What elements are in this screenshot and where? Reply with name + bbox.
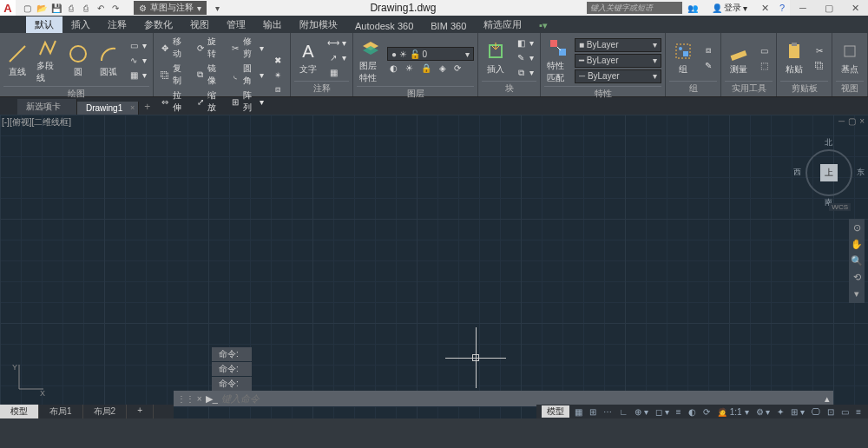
status-workspace-icon[interactable]: ⊞ ▾ xyxy=(789,407,806,417)
panel-props-label[interactable]: 特性 xyxy=(544,86,661,100)
group-edit-button[interactable]: ✎ xyxy=(700,58,717,72)
base-button[interactable]: 基点 xyxy=(836,38,864,77)
layout-tab-model[interactable]: 模型 xyxy=(0,405,39,418)
ungroup-button[interactable]: ⧈ xyxy=(700,43,717,57)
layer-tool-2[interactable]: ☀ xyxy=(403,63,416,74)
qat-plot-icon[interactable]: ⎙ xyxy=(80,2,92,14)
util-1[interactable]: ▭ xyxy=(755,43,773,57)
panel-util-label[interactable]: 实用工具 xyxy=(725,81,773,95)
login-button[interactable]: 👤 登录 ▾ xyxy=(712,2,747,14)
ucs-icon[interactable]: X Y xyxy=(12,361,47,396)
close-button[interactable]: ✕ xyxy=(842,0,868,16)
qat-open-icon[interactable]: 📂 xyxy=(36,2,48,14)
ribbon-tab-addins[interactable]: 附加模块 xyxy=(291,16,346,33)
leader-button[interactable]: ↗▾ xyxy=(325,51,349,65)
workspace-switcher[interactable]: ⚙ 草图与注释 ▾ xyxy=(134,1,207,15)
cmdline-handle-icon[interactable]: ⋮⋮ × xyxy=(177,394,202,404)
layer-dropdown[interactable]: ● ☀ 🔓 0▾ xyxy=(387,47,474,61)
status-annovis-icon[interactable]: ✦ xyxy=(775,407,786,417)
qat-save-icon[interactable]: 💾 xyxy=(50,2,62,14)
insert-block-button[interactable]: 插入 xyxy=(482,38,510,77)
new-tab-button[interactable]: + xyxy=(139,99,155,115)
status-monitor-icon[interactable]: 🖵 xyxy=(810,407,822,417)
qat-redo-icon[interactable]: ↷ xyxy=(109,2,122,14)
viewcube-north[interactable]: 北 xyxy=(825,137,832,148)
group-button[interactable]: 组 xyxy=(669,38,697,77)
layer-tool-5[interactable]: ⟳ xyxy=(451,63,464,74)
ribbon-tab-annotate[interactable]: 注释 xyxy=(99,16,135,33)
nav-orbit-icon[interactable]: ⟲ xyxy=(853,272,861,283)
block-edit[interactable]: ✎▾ xyxy=(512,51,536,65)
status-grid-icon[interactable]: ▦ xyxy=(573,407,584,417)
infocenter-icon[interactable]: 👥 xyxy=(687,3,698,13)
scale-button[interactable]: ⤢缩放 xyxy=(193,89,226,115)
ribbon-tab-extra[interactable]: ▪▾ xyxy=(530,18,556,33)
status-lineweight-icon[interactable]: ≡ xyxy=(674,407,683,417)
ribbon-tab-parametric[interactable]: 参数化 xyxy=(135,16,181,33)
help-icon[interactable]: ? xyxy=(779,3,785,13)
stretch-button[interactable]: ⇔拉伸 xyxy=(157,89,190,115)
status-polar-icon[interactable]: ⊕ ▾ xyxy=(633,407,650,417)
block-create[interactable]: ◧▾ xyxy=(512,36,536,50)
layout-tab-layout2[interactable]: 布局2 xyxy=(83,405,128,418)
modify-misc-3[interactable]: ⧈ xyxy=(269,82,286,96)
line-button[interactable]: 直线 xyxy=(3,41,31,80)
layer-tool-1[interactable]: ◐ xyxy=(387,63,400,74)
search-input[interactable]: 键入关键字或短语 xyxy=(587,2,682,14)
draw-misc-2[interactable]: ∿▾ xyxy=(125,54,149,68)
dim-linear[interactable]: ⟷▾ xyxy=(325,36,349,50)
ribbon-tab-output[interactable]: 输出 xyxy=(254,16,291,33)
trim-button[interactable]: ✂修剪 ▾ xyxy=(227,35,266,61)
match-props-button[interactable]: 特性匹配 xyxy=(544,35,572,86)
tab-start[interactable]: 新选项卡 xyxy=(17,99,77,115)
viewcube[interactable]: 上 北 南 东 西 xyxy=(806,149,852,196)
polyline-button[interactable]: 多段线 xyxy=(34,35,62,86)
status-hardware-icon[interactable]: ⊡ xyxy=(825,407,836,417)
status-gear-icon[interactable]: ⚙ ▾ xyxy=(754,407,773,417)
util-2[interactable]: ⬚ xyxy=(755,58,773,72)
panel-view-label[interactable]: 视图 xyxy=(836,81,864,95)
copy-clip-button[interactable]: ⿻ xyxy=(811,58,828,72)
panel-clip-label[interactable]: 剪贴板 xyxy=(780,81,828,95)
status-ortho-icon[interactable]: ∟ xyxy=(617,407,629,417)
status-snap-icon[interactable]: ⊞ xyxy=(588,407,598,417)
panel-block-label[interactable]: 块 xyxy=(482,81,536,95)
layer-tool-4[interactable]: ◈ xyxy=(437,63,449,74)
linetype-dropdown[interactable]: ─ ByLayer▾ xyxy=(575,69,661,83)
cut-button[interactable]: ✂ xyxy=(811,43,828,57)
modify-misc-1[interactable]: ✖ xyxy=(269,53,286,67)
circle-button[interactable]: 圆 xyxy=(64,41,92,80)
layout-tab-layout1[interactable]: 布局1 xyxy=(39,405,83,418)
viewcube-top-face[interactable]: 上 xyxy=(820,164,838,181)
vp-minimize-icon[interactable]: ─ xyxy=(838,116,845,126)
tab-drawing1[interactable]: Drawing1× xyxy=(77,102,139,115)
mirror-button[interactable]: ⧉镜像 xyxy=(193,62,226,88)
ribbon-tab-view[interactable]: 视图 xyxy=(181,16,218,33)
draw-misc-3[interactable]: ▦▾ xyxy=(125,69,149,82)
status-clean-icon[interactable]: ▭ xyxy=(839,407,851,417)
nav-pan-icon[interactable]: ✋ xyxy=(851,239,863,250)
ribbon-tab-a360[interactable]: Autodesk 360 xyxy=(346,19,422,33)
measure-button[interactable]: 测量 xyxy=(725,38,753,77)
lineweight-dropdown[interactable]: ━ ByLayer▾ xyxy=(575,54,661,68)
viewcube-east[interactable]: 东 xyxy=(857,167,865,178)
vp-close-icon[interactable]: × xyxy=(859,116,865,126)
panel-group-label[interactable]: 组 xyxy=(669,81,717,95)
text-button[interactable]: A文字 xyxy=(294,38,322,77)
move-button[interactable]: ✥移动 xyxy=(157,35,190,61)
status-osnap-icon[interactable]: ◻ ▾ xyxy=(654,407,671,417)
color-dropdown[interactable]: ■ ByLayer▾ xyxy=(575,38,661,52)
qat-saveas-icon[interactable]: ⎙ xyxy=(65,2,77,14)
status-model-button[interactable]: 模型 xyxy=(542,405,569,418)
paste-button[interactable]: 粘贴 xyxy=(780,38,808,77)
table-button[interactable]: ▦ xyxy=(325,66,349,80)
drawing-canvas[interactable]: [-][俯视][二维线框] ─ ▢ × X Y 上 北 南 东 西 WCS ⊙ … xyxy=(0,115,868,418)
vp-maximize-icon[interactable]: ▢ xyxy=(848,116,856,126)
ribbon-tab-default[interactable]: 默认 xyxy=(26,16,62,33)
command-input[interactable] xyxy=(221,393,821,404)
status-annoscale-icon[interactable]: 🙍 1:1 ▾ xyxy=(715,407,751,417)
panel-draw-label[interactable]: 绘图 xyxy=(3,86,149,100)
cmdline-recent-icon[interactable]: ▴ xyxy=(825,393,830,405)
arc-button[interactable]: 圆弧 xyxy=(95,41,122,80)
nav-zoom-icon[interactable]: 🔍 xyxy=(851,255,863,267)
